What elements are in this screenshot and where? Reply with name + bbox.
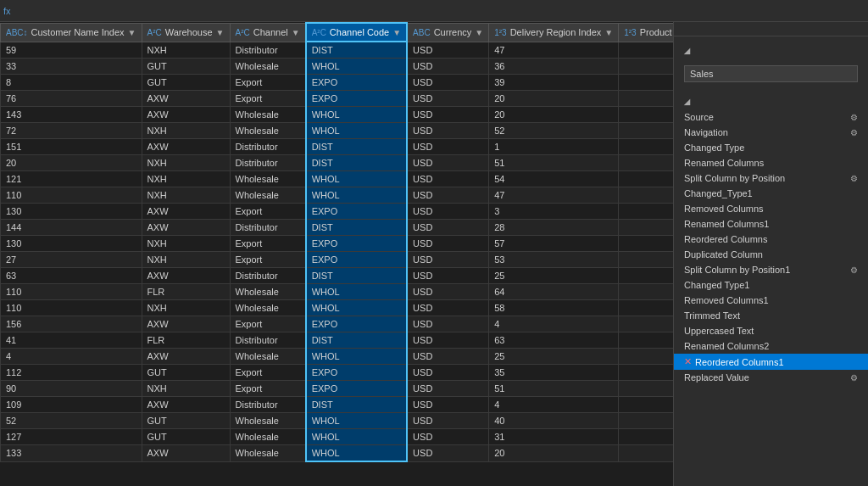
cell-21-6 (619, 381, 673, 397)
cell-25-0: 133 (1, 445, 142, 462)
step-label-renamed_columns1: Renamed Columns1 (684, 219, 858, 229)
cell-7-6 (619, 155, 673, 171)
cell-5-5: 52 (489, 123, 619, 139)
step-split_column_by_position1[interactable]: Split Column by Position1 ⚙ (674, 262, 868, 277)
cell-23-2: Wholesale (230, 413, 306, 429)
col-filter-icon-cur[interactable]: ▼ (475, 28, 483, 37)
step-changed_type1b[interactable]: Changed Type1 (674, 277, 868, 293)
cell-24-4: USD (407, 429, 489, 445)
step-gear-icon-replaced_value[interactable]: ⚙ (850, 373, 858, 383)
step-changed_type1[interactable]: Changed_Type1 (674, 186, 868, 201)
col-header-prod[interactable]: 1²3 Product (619, 23, 673, 42)
table-body: 59NXHDistributorDISTUSD4733GUTWholesaleW… (1, 42, 674, 461)
step-split_column_by_position[interactable]: Split Column by Position ⚙ (674, 170, 868, 186)
step-removed_columns1[interactable]: Removed Columns1 (674, 293, 868, 308)
col-header-wh[interactable]: A²C Warehouse ▼ (142, 23, 230, 42)
cell-24-2: Wholesale (230, 429, 306, 445)
table-row: 41FLRDistributorDISTUSD63 (1, 332, 674, 349)
cell-10-3: EXPO (306, 204, 407, 220)
cell-16-2: Wholesale (230, 300, 306, 316)
cell-2-0: 8 (1, 75, 142, 91)
step-gear-icon-split_column_by_position[interactable]: ⚙ (850, 174, 858, 183)
cell-7-3: DIST (306, 155, 407, 171)
cell-12-3: EXPO (306, 236, 407, 252)
step-trimmed_text[interactable]: Trimmed Text (674, 308, 868, 323)
col-filter-icon-ch[interactable]: ▼ (292, 28, 300, 37)
cell-22-4: USD (407, 397, 489, 413)
col-header-ch[interactable]: A²C Channel ▼ (230, 23, 306, 42)
step-renamed_columns2[interactable]: Renamed Columns2 (674, 338, 868, 354)
col-label-ch: Channel (253, 27, 288, 37)
step-removed_columns[interactable]: Removed Columns (674, 201, 868, 216)
cell-18-5: 63 (489, 332, 619, 349)
cell-17-4: USD (407, 316, 489, 332)
cell-13-4: USD (407, 252, 489, 268)
cell-18-1: FLR (142, 332, 230, 349)
col-header-cur[interactable]: ABC Currency ▼ (407, 23, 489, 42)
col-filter-icon-dri[interactable]: ▼ (604, 28, 613, 37)
cell-4-1: AXW (142, 107, 230, 123)
cell-22-5: 4 (489, 397, 619, 413)
cell-11-3: DIST (306, 220, 407, 236)
data-table: ABC↕ Customer Name Index ▼ A²C Warehouse… (0, 22, 673, 462)
step-renamed_columns[interactable]: Renamed Columns (674, 155, 868, 170)
step-replaced_value[interactable]: Replaced Value ⚙ (674, 370, 868, 385)
cell-0-2: Distributor (230, 42, 306, 59)
col-header-dri[interactable]: 1²3 Delivery Region Index ▼ (489, 23, 619, 42)
table-row: 20NXHDistributorDISTUSD51 (1, 155, 674, 171)
step-navigation[interactable]: Navigation ⚙ (674, 125, 868, 140)
cell-18-4: USD (407, 332, 489, 349)
step-changed_type[interactable]: Changed Type (674, 140, 868, 155)
cell-8-5: 54 (489, 171, 619, 187)
cell-2-3: EXPO (306, 75, 407, 91)
cell-17-1: AXW (142, 316, 230, 332)
step-reordered_columns1[interactable]: ✕ Reordered Columns1 (674, 354, 868, 370)
step-renamed_columns1[interactable]: Renamed Columns1 (674, 216, 868, 232)
cell-0-4: USD (407, 42, 489, 59)
step-gear-icon-split_column_by_position1[interactable]: ⚙ (850, 265, 858, 275)
step-delete-icon-reordered_columns1[interactable]: ✕ (684, 356, 692, 367)
table-row: 90NXHExportEXPOUSD51 (1, 381, 674, 397)
cell-2-5: 39 (489, 75, 619, 91)
step-gear-icon-navigation[interactable]: ⚙ (850, 128, 858, 137)
col-header-cni[interactable]: ABC↕ Customer Name Index ▼ (1, 23, 142, 42)
cell-23-5: 40 (489, 413, 619, 429)
cell-4-6 (619, 107, 673, 123)
step-gear-icon-source[interactable]: ⚙ (850, 113, 858, 122)
col-header-cc[interactable]: A²C Channel Code ▼ (306, 23, 407, 42)
step-label-reordered_columns: Reordered Columns (684, 234, 858, 244)
cell-16-1: NXH (142, 300, 230, 316)
col-filter-icon-cni[interactable]: ▼ (128, 28, 136, 37)
cell-14-2: Distributor (230, 268, 306, 284)
steps-list: Source ⚙ Navigation ⚙ Changed Type Renam… (674, 109, 868, 385)
cell-19-4: USD (407, 349, 489, 365)
step-label-changed_type1: Changed_Type1 (684, 188, 858, 198)
cell-5-6 (619, 123, 673, 139)
all-properties-link[interactable] (674, 86, 868, 94)
name-input[interactable] (684, 65, 858, 82)
col-filter-icon-cc[interactable]: ▼ (392, 28, 401, 37)
cell-13-2: Export (230, 252, 306, 268)
step-uppercased_text[interactable]: Uppercased Text (674, 323, 868, 338)
data-table-wrapper[interactable]: ABC↕ Customer Name Index ▼ A²C Warehouse… (0, 22, 673, 486)
cell-22-0: 109 (1, 397, 142, 413)
cell-20-1: GUT (142, 365, 230, 381)
cell-15-1: FLR (142, 284, 230, 300)
cell-23-4: USD (407, 413, 489, 429)
cell-17-3: EXPO (306, 316, 407, 332)
col-type-icon-ch: A²C (236, 28, 250, 37)
step-label-navigation: Navigation (684, 127, 850, 137)
cell-6-5: 1 (489, 139, 619, 155)
cell-23-6 (619, 413, 673, 429)
step-source[interactable]: Source ⚙ (674, 109, 868, 125)
cell-6-4: USD (407, 139, 489, 155)
step-reordered_columns[interactable]: Reordered Columns (674, 232, 868, 247)
cell-17-0: 156 (1, 316, 142, 332)
cell-12-6 (619, 236, 673, 252)
step-duplicated_column[interactable]: Duplicated Column (674, 247, 868, 262)
cell-23-1: GUT (142, 413, 230, 429)
col-filter-icon-wh[interactable]: ▼ (216, 28, 225, 37)
cell-14-5: 25 (489, 268, 619, 284)
cell-16-3: WHOL (306, 300, 407, 316)
cell-24-5: 31 (489, 429, 619, 445)
